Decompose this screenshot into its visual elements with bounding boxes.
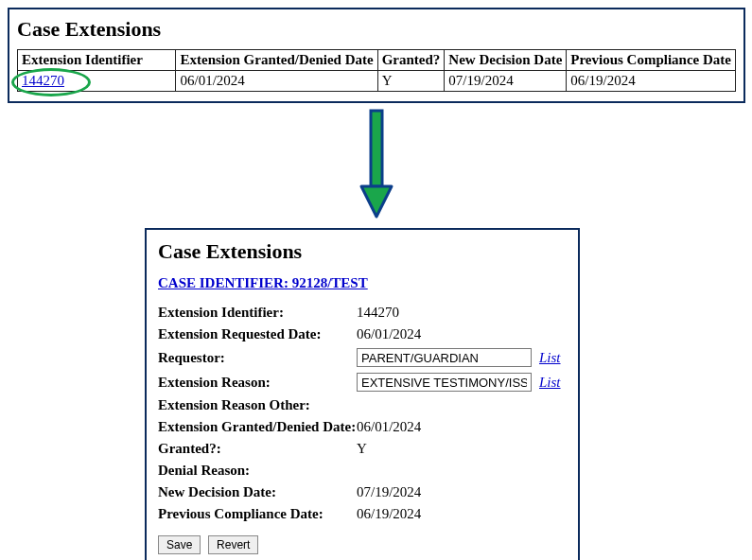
svg-marker-1 <box>361 186 392 217</box>
col-new-decision-date: New Decision Date <box>445 50 567 71</box>
row-requestor: List <box>357 348 567 367</box>
value-granted: Y <box>357 441 567 457</box>
label-extension-reason-other: Extension Reason Other: <box>158 397 357 413</box>
col-extension-identifier: Extension Identifier <box>18 50 176 71</box>
label-requestor: Requestor: <box>158 350 357 366</box>
label-previous-compliance-date: Previous Compliance Date: <box>158 506 357 522</box>
label-denial-reason: Denial Reason: <box>158 463 357 479</box>
case-extensions-list-panel: Case Extensions Extension Identifier Ext… <box>8 8 745 103</box>
cell-granted: Y <box>377 71 445 92</box>
value-extension-identifier: 144270 <box>357 305 567 321</box>
flow-arrow-container <box>8 103 745 228</box>
table-row: 144270 06/01/2024 Y 07/19/2024 06/19/202… <box>18 71 736 92</box>
label-extension-identifier: Extension Identifier: <box>158 305 357 321</box>
extension-identifier-link[interactable]: 144270 <box>22 73 64 88</box>
detail-panel-title: Case Extensions <box>158 239 567 264</box>
label-granted: Granted?: <box>158 441 357 457</box>
extensions-table: Extension Identifier Extension Granted/D… <box>17 49 736 92</box>
extension-reason-input[interactable] <box>357 373 532 392</box>
label-new-decision-date: New Decision Date: <box>158 484 357 500</box>
list-panel-title: Case Extensions <box>17 17 736 42</box>
cell-previous-compliance-date: 06/19/2024 <box>567 71 736 92</box>
requestor-input[interactable] <box>357 348 532 367</box>
requestor-list-link[interactable]: List <box>539 350 561 366</box>
value-requested-date: 06/01/2024 <box>357 326 567 342</box>
value-granted-denied-date: 06/01/2024 <box>357 419 567 435</box>
value-previous-compliance-date: 06/19/2024 <box>357 506 567 522</box>
label-extension-reason: Extension Reason: <box>158 375 357 391</box>
row-extension-reason: List <box>357 373 567 392</box>
detail-fields: Extension Identifier: 144270 Extension R… <box>158 305 567 522</box>
svg-rect-0 <box>371 111 382 186</box>
col-previous-compliance-date: Previous Compliance Date <box>567 50 736 71</box>
cell-granted-denied-date: 06/01/2024 <box>176 71 377 92</box>
case-extensions-detail-panel: Case Extensions CASE IDENTIFIER: 92128/T… <box>145 228 580 560</box>
case-identifier-link[interactable]: CASE IDENTIFIER: 92128/TEST <box>158 275 368 291</box>
save-button[interactable]: Save <box>158 535 201 554</box>
cell-extension-identifier: 144270 <box>18 71 176 92</box>
table-header-row: Extension Identifier Extension Granted/D… <box>18 50 736 71</box>
value-new-decision-date: 07/19/2024 <box>357 484 567 500</box>
arrow-down-icon <box>358 107 395 220</box>
label-granted-denied-date: Extension Granted/Denied Date: <box>158 419 357 435</box>
label-requested-date: Extension Requested Date: <box>158 326 357 342</box>
revert-button[interactable]: Revert <box>208 535 258 554</box>
button-bar: Save Revert <box>158 535 567 554</box>
extension-reason-list-link[interactable]: List <box>539 375 561 391</box>
col-granted: Granted? <box>377 50 445 71</box>
cell-new-decision-date: 07/19/2024 <box>445 71 567 92</box>
col-granted-denied-date: Extension Granted/Denied Date <box>176 50 377 71</box>
